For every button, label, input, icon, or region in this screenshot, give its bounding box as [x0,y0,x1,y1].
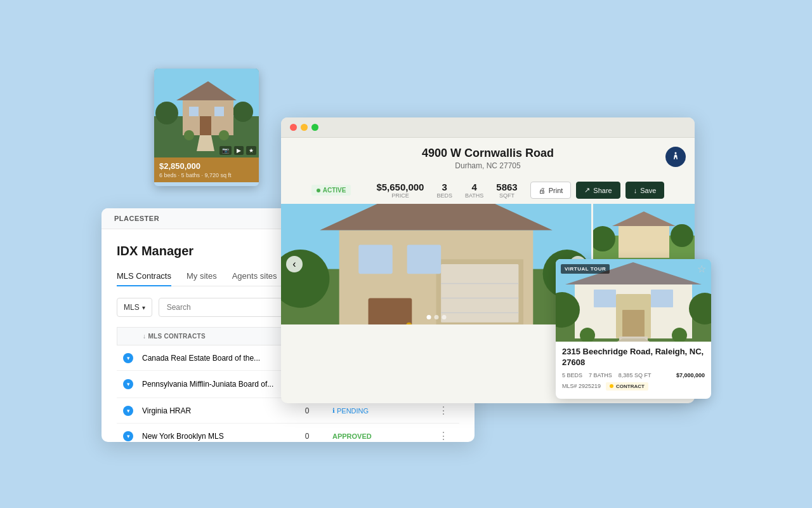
house-photo-sim [154,69,259,157]
price-label: Price [376,192,424,199]
dot-3 [442,315,446,319]
accessibility-icon [670,151,681,163]
window-titlebar [281,117,695,138]
row-expand[interactable]: ▾ [123,431,142,441]
card-price: $2,850,000 [159,161,254,171]
info-icon: ℹ [332,407,335,414]
expand-icon[interactable]: ▾ [123,431,133,441]
svg-rect-19 [407,244,441,274]
share-icon: ↗ [584,186,590,194]
contract-status-text: CONTRACT [616,384,645,389]
beds-spec: 5 BEDS [562,372,582,378]
mls-number: MLS# 2925219 [562,383,601,389]
svg-marker-53 [617,338,650,342]
image-pagination-dots [426,315,446,319]
dot-2 [434,315,438,319]
mls-dropdown[interactable]: MLS ▾ [117,298,152,317]
favorite-icon[interactable]: ☆ [697,263,706,275]
property-city: Durham, NC 27705 [294,161,682,170]
baths-value: 4 [465,182,483,192]
share-button[interactable]: ↗ Share [576,182,620,199]
property-card-topleft: 📷 ▶ ★ $2,850,000 6 beds · 5 baths · 9,72… [154,69,259,186]
accessibility-button[interactable] [665,147,686,167]
row-contract-name: Pennsylvania Mifflin-Juniata Board of... [142,380,282,389]
row-expand[interactable]: ▾ [123,353,142,363]
row-more-icon[interactable]: ⋮ [434,430,453,442]
svg-point-2 [155,102,178,124]
beds-stat: 3 Beds [436,182,452,199]
row-status: ℹ PENDING [332,407,434,415]
row-contract-name: Canada Real Estate Board of the... [142,354,282,363]
chevron-down-icon: ▾ [142,304,145,311]
property-info-header: 4900 W Cornwallis Road Durham, NC 27705 [281,138,695,177]
panel-title: IDX Manager [117,244,193,258]
tab-my-sites[interactable]: My sites [187,271,217,286]
price-value: $5,650,000 [376,182,424,192]
svg-rect-20 [369,298,412,324]
baths-spec: 7 BATHS [589,372,612,378]
active-dot [317,189,320,192]
row-status: APPROVED [332,432,434,440]
minimize-button[interactable] [301,124,308,131]
svg-point-33 [671,224,693,247]
thumbnail-photo-1 [593,204,695,263]
property-image-main: ‹ › [281,204,591,324]
svg-rect-22 [441,264,518,323]
row-expand[interactable]: ▾ [123,406,142,416]
row-sites-count: 0 [282,432,332,441]
print-button[interactable]: 🖨 Print [530,182,572,199]
row-expand[interactable]: ▾ [123,379,142,389]
card-info-bar: $2,850,000 6 beds · 5 baths · 9,720 sq f… [154,157,259,182]
baths-stat: 4 Baths [465,182,483,199]
row-sites-count: 0 [282,406,332,415]
video-icon: ▶ [234,146,244,155]
tab-agents-sites[interactable]: Agents sites [232,271,277,286]
star-icon: ★ [246,146,256,155]
contract-badge: CONTRACT [606,382,648,391]
svg-rect-34 [619,226,669,258]
beds-label: Beds [436,192,452,199]
row-contract-name: New York Brooklyn MLS [142,432,282,441]
property-thumbnail-1[interactable] [593,204,695,264]
listing-mls-row: MLS# 2925219 CONTRACT [562,382,705,391]
property-listing-card: VIRTUAL TOUR ☆ 2315 Beechridge Road, Ral… [556,259,711,399]
status-active-badge: ACTIVE [311,185,351,196]
row-more-icon[interactable]: ⋮ [434,404,453,417]
svg-point-11 [219,130,229,140]
expand-icon[interactable]: ▾ [123,406,133,416]
svg-point-3 [233,102,253,122]
table-row: ▾ New York Brooklyn MLS 0 APPROVED ⋮ [117,424,459,442]
svg-point-10 [184,130,194,140]
listing-card-info: 2315 Beechridge Road, Raleigh, NC, 27608… [556,342,711,396]
listing-specs-row: 5 BEDS 7 BATHS 8,385 SQ FT $7,000,000 [562,372,705,378]
property-stats-row: ACTIVE $5,650,000 Price 3 Beds 4 Baths 5… [281,177,695,204]
svg-rect-8 [200,116,211,135]
sqft-stat: 5863 Sqft [496,182,517,199]
svg-rect-7 [214,107,224,116]
svg-rect-49 [622,310,645,338]
expand-icon[interactable]: ▾ [123,353,133,363]
listing-address: 2315 Beechridge Road, Raleigh, NC, 27608 [562,347,705,368]
card-details: 6 beds · 5 baths · 9,720 sq ft [159,172,254,178]
property-address: 4900 W Cornwallis Road [294,147,682,160]
action-buttons: 🖨 Print ↗ Share ↓ Save [530,182,665,199]
virtual-tour-badge: VIRTUAL TOUR [561,264,610,274]
tab-mls-contracts[interactable]: MLS Contracts [117,271,171,286]
close-button[interactable] [290,124,297,131]
house-illustration [154,69,259,157]
photo-count-icon: 📷 [219,146,232,155]
svg-rect-18 [358,244,392,274]
svg-rect-6 [189,107,199,116]
price-spec: $7,000,000 [676,372,705,378]
contract-status-dot [610,384,613,388]
maximize-button[interactable] [311,124,318,131]
save-icon: ↓ [634,187,638,194]
baths-label: Baths [465,192,483,199]
save-button[interactable]: ↓ Save [625,182,665,199]
contracts-col-header: ↓ MLS CONTRACTS [143,333,281,340]
prev-image-button[interactable]: ‹ [286,256,303,272]
listing-card-image: VIRTUAL TOUR ☆ [556,259,711,342]
expand-icon[interactable]: ▾ [123,379,133,389]
svg-rect-46 [594,290,616,307]
beds-value: 3 [436,182,452,192]
